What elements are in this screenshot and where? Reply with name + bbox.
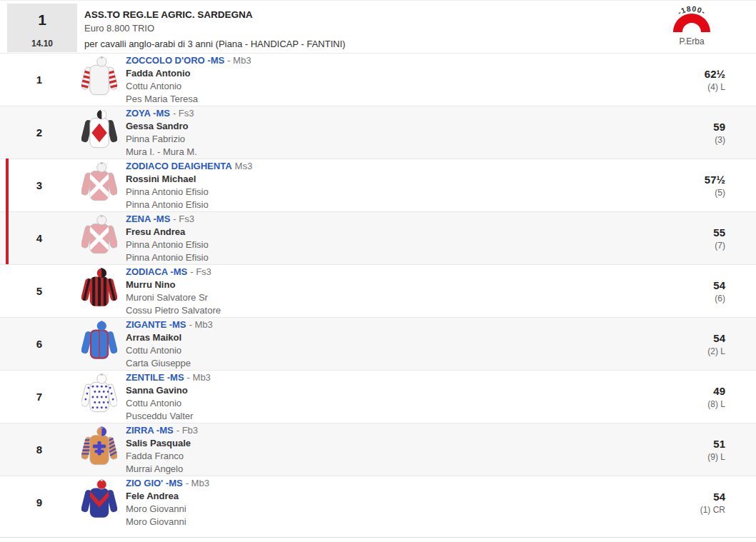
owner-name: Pusceddu Valter bbox=[126, 410, 649, 423]
jockey-silks-icon bbox=[81, 162, 117, 209]
horse-category: - Fs3 bbox=[173, 108, 194, 119]
owner-name: Moro Giovanni bbox=[126, 516, 649, 528]
runner-info: ZIRRA -MS- Fb3 Salis Pasquale Fadda Fran… bbox=[120, 424, 649, 476]
horse-category: - Mb3 bbox=[227, 55, 251, 66]
race-conditions: per cavalli anglo-arabi di 3 anni (Piana… bbox=[84, 39, 645, 49]
silks-cell bbox=[79, 215, 120, 262]
weight-cell: 59 (3) bbox=[649, 121, 756, 145]
horse-category: - Fs3 bbox=[190, 266, 212, 277]
weight-value: 57½ bbox=[649, 174, 725, 186]
silks-cell bbox=[79, 373, 120, 421]
runner-info: ZOCCOLO D'ORO -MS- Mb3 Fadda Antonio Cot… bbox=[120, 54, 649, 106]
highlight-bar bbox=[6, 159, 9, 264]
draw-note: (6) bbox=[649, 293, 725, 303]
weight-value: 54 bbox=[649, 279, 725, 291]
draw-note: (1) CR bbox=[649, 505, 725, 515]
weight-value: 49 bbox=[649, 385, 725, 397]
trainer-name: Pinna Antonio Efisio bbox=[126, 239, 649, 251]
runner-number: 3 bbox=[0, 179, 79, 191]
jockey-name: Rossini Michael bbox=[126, 173, 649, 186]
horse-name-link[interactable]: ZENA -MS bbox=[126, 214, 170, 224]
horse-name-link[interactable]: ZOCCOLO D'ORO -MS bbox=[126, 55, 224, 66]
runner-row: 2 ZOYA -MS- Fs3 Gessa Sandro Pinna Fabri… bbox=[0, 106, 756, 159]
weight-value: 54 bbox=[649, 332, 725, 344]
weight-value: 55 bbox=[649, 226, 725, 239]
weight-cell: 57½ (5) bbox=[649, 174, 756, 198]
horse-name-link[interactable]: ZIGANTE -MS bbox=[126, 319, 186, 330]
runner-info: ZIGANTE -MS- Mb3 Arras Maikol Cottu Anto… bbox=[120, 318, 649, 370]
runner-row: 7 ZENTILE -MS- Mb3 Sanna Gavino Cottu An… bbox=[0, 370, 756, 423]
jockey-name: Fadda Antonio bbox=[126, 67, 649, 80]
horse-category: - Fs3 bbox=[173, 214, 194, 224]
weight-cell: 51 (9) L bbox=[649, 438, 756, 462]
owner-name: Cossu Pietro Salvatore bbox=[126, 304, 649, 317]
runner-row: 5 ZODIACA -MS- Fs3 Murru Nino Muroni Sal… bbox=[0, 264, 756, 317]
runner-row: 9 ZIO GIO' -MS- Mb3 Fele Andrea Moro Gio… bbox=[0, 476, 756, 528]
silks-cell bbox=[79, 109, 120, 156]
trainer-name: Cottu Antonio bbox=[126, 80, 649, 93]
race-card: 1 14.10 ASS.TO REG.LE AGRIC. SARDEGNA Eu… bbox=[0, 0, 756, 541]
owner-name: Pes Maria Teresa bbox=[126, 93, 649, 106]
horse-name-link[interactable]: ZODIACO DEAIGHENTA bbox=[126, 161, 232, 171]
runner-number: 8 bbox=[0, 443, 79, 456]
jockey-silks-icon bbox=[81, 373, 117, 421]
trainer-name: Cottu Antonio bbox=[126, 344, 649, 357]
horse-category: - Mb3 bbox=[187, 372, 211, 383]
weight-value: 59 bbox=[649, 121, 725, 133]
jockey-silks-icon bbox=[81, 215, 117, 262]
runner-number: 9 bbox=[0, 496, 79, 508]
weight-cell: 49 (8) L bbox=[649, 385, 756, 409]
race-prize: Euro 8.800 TRIO bbox=[84, 23, 645, 34]
weight-value: 62½ bbox=[649, 68, 725, 80]
trainer-name: Moro Giovanni bbox=[126, 503, 649, 516]
horse-category: - Fb3 bbox=[176, 425, 198, 436]
jockey-name: Fele Andrea bbox=[126, 490, 649, 503]
jockey-name: Salis Pasquale bbox=[126, 437, 649, 450]
draw-note: (7) bbox=[649, 241, 725, 251]
weight-value: 54 bbox=[649, 491, 725, 503]
race-track-info: -1800- P.Erba bbox=[645, 1, 738, 53]
owner-name: Murrai Angelo bbox=[126, 463, 649, 476]
weight-cell: 62½ (4) L bbox=[649, 68, 756, 92]
silks-cell bbox=[79, 268, 120, 315]
trainer-name: Muroni Salvatore Sr bbox=[126, 291, 649, 304]
silks-cell bbox=[79, 321, 120, 368]
owner-name: Carta Giuseppe bbox=[126, 357, 649, 370]
trainer-name: Pinna Fabrizio bbox=[126, 133, 649, 146]
runner-row: 1 ZOCCOLO D'ORO -MS- Mb3 Fadda Antonio C… bbox=[0, 53, 756, 106]
trainer-name: Pinna Antonio Efisio bbox=[126, 186, 649, 199]
horse-name-link[interactable]: ZIRRA -MS bbox=[126, 425, 174, 436]
race-info: ASS.TO REG.LE AGRIC. SARDEGNA Euro 8.800… bbox=[84, 1, 645, 53]
draw-note: (4) L bbox=[649, 82, 725, 92]
draw-note: (5) bbox=[649, 188, 725, 198]
runner-row: 3 ZODIACO DEAIGHENTAMs3 Rossini Michael … bbox=[0, 159, 756, 211]
runners-list: 1 ZOCCOLO D'ORO -MS- Mb3 Fadda Antonio C… bbox=[0, 53, 756, 528]
race-number: 1 bbox=[38, 12, 46, 27]
silks-cell bbox=[79, 162, 120, 209]
jockey-name: Sanna Gavino bbox=[126, 384, 649, 397]
trainer-name: Fadda Franco bbox=[126, 450, 649, 463]
silks-cell bbox=[79, 426, 120, 473]
runner-info: ZODIACA -MS- Fs3 Murru Nino Muroni Salva… bbox=[120, 266, 649, 317]
runner-info: ZOYA -MS- Fs3 Gessa Sandro Pinna Fabrizi… bbox=[120, 107, 649, 159]
runner-number: 5 bbox=[0, 285, 79, 297]
runner-row: 6 ZIGANTE -MS- Mb3 Arras Maikol Cottu An… bbox=[0, 317, 756, 370]
horse-name-link[interactable]: ZOYA -MS bbox=[126, 108, 170, 119]
horse-name-link[interactable]: ZODIACA -MS bbox=[126, 266, 187, 277]
runner-info: ZENTILE -MS- Mb3 Sanna Gavino Cottu Anto… bbox=[120, 371, 649, 423]
horse-name-link[interactable]: ZENTILE -MS bbox=[126, 372, 184, 383]
silks-cell bbox=[79, 56, 120, 104]
jockey-name: Fresu Andrea bbox=[126, 226, 649, 239]
race-header: 1 14.10 ASS.TO REG.LE AGRIC. SARDEGNA Eu… bbox=[0, 0, 756, 53]
draw-note: (2) L bbox=[649, 346, 725, 356]
runner-row: 4 ZENA -MS- Fs3 Fresu Andrea Pinna Anton… bbox=[0, 211, 756, 264]
race-number-box: 1 14.10 bbox=[7, 4, 77, 52]
distance-arc-icon: -1800- bbox=[665, 3, 718, 36]
owner-name: Pinna Antonio Efisio bbox=[126, 199, 649, 211]
horse-name-link[interactable]: ZIO GIO' -MS bbox=[126, 478, 183, 488]
owner-name: Pinna Antonio Efisio bbox=[126, 251, 649, 264]
runner-row: 8 ZIRRA -MS- Fb3 Salis Pasquale Fadda Fr… bbox=[0, 423, 756, 476]
weight-cell: 54 (6) bbox=[649, 279, 756, 303]
runner-number: 7 bbox=[0, 391, 79, 403]
draw-note: (3) bbox=[649, 135, 725, 145]
